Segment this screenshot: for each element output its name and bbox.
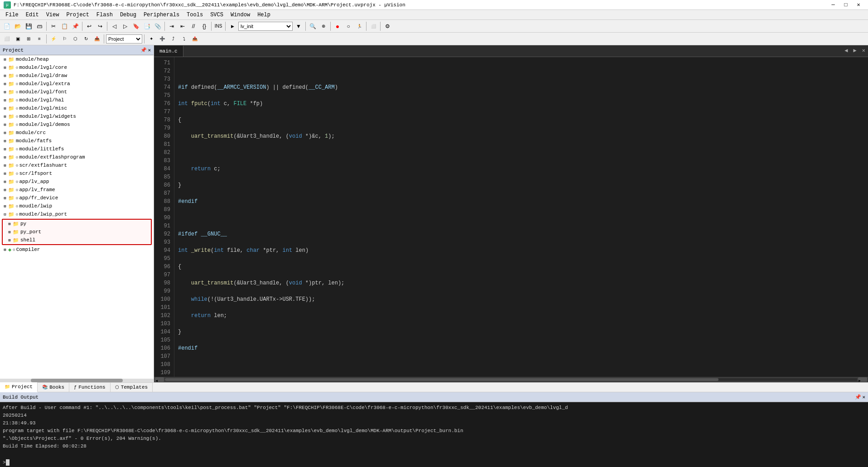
nav-forward-button[interactable]: ▷ (120, 21, 130, 31)
tb2-btn11[interactable]: ➕ (157, 34, 167, 44)
tab-books[interactable]: 📚 Books (38, 382, 69, 392)
tree-item-frdevice[interactable]: ⊞ 📁 ⚙ app/fr_device (0, 194, 154, 202)
tab-templates[interactable]: ⬡ Templates (111, 382, 153, 392)
bookmark-button[interactable]: 🔖 (131, 21, 141, 31)
close-editor-button[interactable]: ✕ (859, 45, 868, 57)
tree-item-lvgl-misc[interactable]: ⊞ 📁 ⚙ module/lvgl/misc (0, 104, 154, 112)
tools-btn[interactable]: ⚙ (382, 21, 392, 31)
cut-button[interactable]: ✂ (48, 21, 58, 31)
menu-tools[interactable]: Tools (183, 11, 207, 19)
build-output-pin[interactable]: 📌 (855, 394, 861, 400)
pin-button[interactable]: 📌 (140, 47, 147, 53)
menu-svcs[interactable]: SVCS (207, 11, 227, 19)
indent-button[interactable]: ⇥ (167, 21, 177, 31)
tree-item-lvgl-font[interactable]: ⊞ 📁 ⚙ module/lvgl/font (0, 88, 154, 96)
tree-item-extflash[interactable]: ⊞ 📁 ⚙ module/extflashprogram (0, 153, 154, 161)
tree-item-py[interactable]: ⊞ 📁 py (3, 220, 151, 228)
copy-button[interactable]: 📋 (59, 21, 69, 31)
target-dropdown[interactable]: ▼ (294, 21, 304, 31)
new-file-button[interactable]: 📄 (2, 21, 12, 31)
bookmark3-button[interactable]: 📎 (153, 21, 163, 31)
view-select[interactable]: Project (106, 34, 142, 43)
tree-item-fatfs[interactable]: ⊞ 📁 module/fatfs (0, 137, 154, 145)
tree-item-lvapp[interactable]: ⊞ 📁 ⚙ app/lv_app (0, 178, 154, 186)
menu-flash[interactable]: Flash (93, 11, 116, 19)
build-output-content[interactable]: After Build - User command #1: "..\..\..… (0, 402, 868, 458)
menu-file[interactable]: File (2, 11, 22, 19)
bookmark2-button[interactable]: 📑 (142, 21, 152, 31)
tree-item-py-port[interactable]: ⊞ 📁 py_port (3, 228, 151, 236)
tree-item-lvgl-core[interactable]: ⊞ 📁 ⚙ module/lvgl/core (0, 63, 154, 72)
tree-item-lvgl-draw[interactable]: ⊞ 📁 ⚙ module/lvgl/draw (0, 72, 154, 80)
code-container[interactable]: 71 72 73 74 75 76 77 78 79 80 81 82 83 8… (154, 57, 868, 377)
tree-item-heap[interactable]: ⊞ 📁 module/heap (0, 55, 154, 63)
tree-item-lfsport[interactable]: ⊞ 📁 ⚙ scr/lfsport (0, 169, 154, 178)
tree-item-compiler[interactable]: ⊞ ◆ ⚙ Compiler (0, 246, 154, 254)
tb2-btn5[interactable]: ⚡ (48, 34, 58, 44)
search-btn[interactable]: 🔍 (308, 21, 318, 31)
tb2-btn8[interactable]: ↻ (81, 34, 91, 44)
tb2-btn2[interactable]: ▣ (13, 34, 23, 44)
menu-project[interactable]: Project (63, 11, 92, 19)
window-btn[interactable]: ⬜ (368, 21, 378, 31)
project-scroll-track[interactable] (0, 379, 154, 382)
build-target-combo[interactable]: lv_init (238, 22, 293, 31)
nav-back-button[interactable]: ◁ (109, 21, 119, 31)
menu-help[interactable]: Help (254, 11, 274, 19)
h-scroll-track[interactable] (165, 378, 857, 381)
h-scrollbar[interactable]: ◂ ▸ (154, 377, 868, 382)
tab-main-c[interactable]: main.c (154, 46, 183, 57)
save-button[interactable]: 💾 (24, 21, 34, 31)
insert-btn[interactable]: INS (213, 21, 223, 31)
tree-item-shell[interactable]: ⊞ 📁 shell (3, 236, 151, 244)
menu-edit[interactable]: Edit (22, 11, 43, 19)
tb2-btn6[interactable]: ⚐ (59, 34, 69, 44)
project-scroll-thumb[interactable] (31, 379, 123, 382)
undo-button[interactable]: ↩ (84, 21, 94, 31)
tree-item-lwip-port[interactable]: ⊟ 📁 ⚙ moudle/lwip_port (0, 210, 154, 218)
tb2-btn13[interactable]: ⤵ (179, 34, 189, 44)
tree-item-lvframe[interactable]: ⊞ 📁 ⚙ app/lv_frame (0, 186, 154, 194)
tb2-btn1[interactable]: ⬜ (2, 34, 12, 44)
paste-button[interactable]: 📌 (70, 21, 80, 31)
unindent-button[interactable]: ⇤ (178, 21, 188, 31)
open-button[interactable]: 📂 (13, 21, 23, 31)
tb2-btn7[interactable]: ⬡ (70, 34, 80, 44)
minimize-button[interactable]: ─ (827, 0, 839, 10)
tab-scroll-left[interactable]: ◀ (842, 45, 850, 57)
close-panel-button[interactable]: ✕ (148, 47, 151, 53)
tb2-btn9[interactable]: 📥 (92, 34, 102, 44)
tree-item-extflashuart[interactable]: ⊞ 📁 ⚙ scr/extflashuart (0, 161, 154, 169)
build-target-btn[interactable]: ▶ (227, 21, 237, 31)
comment-button[interactable]: // (188, 21, 198, 31)
tree-item-lwip[interactable]: ⊞ 📁 ⚙ moudle/lwip (0, 202, 154, 210)
tree-item-crc[interactable]: ⊞ 📁 module/crc (0, 129, 154, 137)
tab-scroll-right[interactable]: ▶ (851, 45, 859, 57)
close-button[interactable]: ✕ (853, 0, 864, 10)
tb2-btn14[interactable]: 📤 (190, 34, 200, 44)
tb2-btn12[interactable]: ⤴ (168, 34, 178, 44)
menu-debug[interactable]: Debug (116, 11, 140, 19)
tree-item-lvgl-demos[interactable]: ⊞ 📁 ⚙ module/lvgl/demos (0, 120, 154, 129)
build-output-close[interactable]: ✕ (862, 394, 865, 400)
tb2-btn10[interactable]: ✦ (146, 34, 156, 44)
tree-item-lvgl-hal[interactable]: ⊞ 📁 ⚙ module/lvgl/hal (0, 96, 154, 104)
tb2-btn4[interactable]: ≡ (34, 34, 44, 44)
maximize-button[interactable]: □ (840, 0, 852, 10)
menu-window[interactable]: Window (227, 11, 254, 19)
h-scroll-thumb[interactable] (165, 378, 719, 381)
debug-stop[interactable]: ○ (343, 21, 353, 31)
save-all-button[interactable]: 🗃 (34, 21, 44, 31)
h-scroll-right[interactable]: ▸ (858, 377, 867, 382)
search2-btn[interactable]: ⊕ (318, 21, 328, 31)
tree-item-lvgl-widgets[interactable]: ⊞ 📁 ⚙ module/lvgl/widgets (0, 112, 154, 120)
tree-item-littlefs[interactable]: ⊞ 📁 ⚙ module/littlefs (0, 145, 154, 153)
debug-run[interactable]: 🏃 (354, 21, 364, 31)
debug-start[interactable]: ● (333, 21, 342, 31)
tab-project[interactable]: 📁 Project (0, 382, 38, 392)
tree-item-lvgl-extra[interactable]: ⊞ 📁 ⚙ module/lvgl/extra (0, 80, 154, 88)
tb2-btn3[interactable]: ⊞ (24, 34, 34, 44)
code-content[interactable]: #if defined(__ARMCC_VERSION) || defined(… (174, 57, 868, 377)
menu-peripherals[interactable]: Peripherals (140, 11, 183, 19)
menu-view[interactable]: View (43, 11, 63, 19)
